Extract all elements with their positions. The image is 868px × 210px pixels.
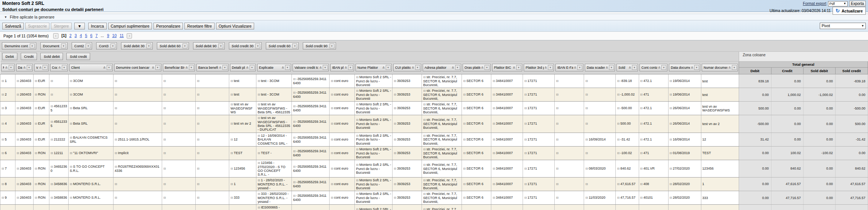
area-field-sold-debit[interactable]: Sold debit bbox=[40, 53, 63, 60]
collapse-icon[interactable]: ⊟ bbox=[258, 134, 260, 137]
collapse-icon[interactable]: ⊟ bbox=[70, 151, 72, 155]
collapse-icon[interactable]: ⊟ bbox=[585, 93, 588, 96]
cell-platitor-3rd-party[interactable]: ⊟17271 bbox=[523, 205, 555, 210]
filter-field-sold-credit-30[interactable]: Sold credit 30▾ bbox=[229, 42, 262, 49]
cell-data[interactable]: ⊟260403 bbox=[15, 74, 34, 88]
cell-platitor-bic[interactable]: ⊟348410007 bbox=[491, 115, 523, 133]
cell-numar-document[interactable]: 1 bbox=[701, 177, 739, 191]
collapse-icon[interactable]: ⊟ bbox=[492, 122, 495, 125]
cell-detalii-plata[interactable]: ⊟TEST bbox=[229, 146, 256, 160]
column-header-nume-platitor[interactable]: Nume PlatitorΔ▾ bbox=[356, 64, 392, 71]
cell-detalii-plata[interactable]: ⊟test bbox=[229, 88, 256, 102]
collapse-icon[interactable]: ⊟ bbox=[356, 103, 359, 106]
cell-beneficiar-bic[interactable]: ⊟ bbox=[162, 191, 196, 205]
collapse-icon[interactable]: ⊟ bbox=[197, 151, 199, 155]
collapse-icon[interactable]: ⊟ bbox=[394, 138, 396, 141]
collapse-icon[interactable]: ⊟ bbox=[197, 138, 199, 141]
collapse-icon[interactable]: ⊟ bbox=[197, 182, 199, 186]
cell-platitor-3rd-party[interactable]: ⊟17271 bbox=[523, 88, 555, 102]
collapse-icon[interactable]: ⊟ bbox=[35, 93, 37, 96]
collapse-icon[interactable]: ⊟ bbox=[556, 107, 558, 110]
cell-denumire-cont-bancar[interactable]: ⊟Implicit bbox=[113, 146, 162, 160]
collapse-icon[interactable]: ⊟ bbox=[356, 89, 359, 93]
collapse-icon[interactable]: ⊟ bbox=[394, 107, 396, 110]
collapse-icon[interactable]: ⊟ bbox=[115, 165, 117, 168]
column-header-detalii-plata[interactable]: Detalii plataΔ▾ bbox=[230, 64, 256, 71]
collapse-icon[interactable]: ⊟ bbox=[163, 151, 166, 155]
filter-dropdown-icon[interactable]: ▾ bbox=[86, 43, 90, 48]
filter-dropdown-icon[interactable]: ▾ bbox=[323, 65, 328, 70]
collapse-icon[interactable]: ⊟ bbox=[670, 138, 672, 141]
view-options-button[interactable]: Optiuni Vizualizare bbox=[216, 23, 254, 29]
collapse-icon[interactable]: ⊟ bbox=[230, 103, 233, 106]
pager-page-link[interactable]: 7 bbox=[95, 33, 98, 38]
column-header-data-document[interactable]: Data documentΔ▾ bbox=[669, 64, 700, 71]
cell-valuta[interactable]: ⊟RON bbox=[34, 88, 49, 102]
collapse-icon[interactable]: ⊟ bbox=[2, 196, 4, 199]
reset-filters-button[interactable]: Resetare filtre bbox=[184, 23, 214, 29]
cell-beneficiar-bic[interactable]: ⊟ bbox=[162, 160, 196, 177]
cell-cod-fiscal[interactable]: ⊟ bbox=[49, 74, 69, 88]
cell-sold[interactable]: ⊟500.00 bbox=[616, 115, 639, 133]
cell-beneficiar-bic[interactable]: ⊟ bbox=[162, 133, 196, 146]
column-header-data-scadenta[interactable]: Data scadentaΔ▾ bbox=[585, 64, 615, 71]
cell-iban-e-factura[interactable]: ⊟ bbox=[555, 115, 584, 133]
collapse-icon[interactable]: ⊟ bbox=[356, 163, 359, 167]
cell-platitor-bic[interactable]: ⊟348410007 bbox=[491, 133, 523, 146]
cell-nr[interactable]: ⊟6 bbox=[0, 146, 15, 160]
collapse-icon[interactable]: ⊟ bbox=[423, 76, 426, 79]
cell-platitor-bic[interactable]: ⊟348410007 bbox=[491, 160, 523, 177]
cell-iban-e-factura[interactable]: ⊟ bbox=[555, 146, 584, 160]
collapse-icon[interactable]: ⊟ bbox=[585, 138, 588, 141]
collapse-icon[interactable]: ⊟ bbox=[670, 93, 672, 96]
cell-sold[interactable]: ⊟-100.02 bbox=[616, 146, 639, 160]
filter-dropdown-icon[interactable]: ▾ bbox=[110, 43, 115, 48]
cell-platitor-3rd-party[interactable]: ⊟17271 bbox=[523, 102, 555, 115]
cell-platitor-bic[interactable]: ⊟348410007 bbox=[491, 191, 523, 205]
cell-cui-platitor[interactable]: ⊟3939253 bbox=[393, 177, 422, 191]
cell-cont-contabil[interactable]: ⊟472.1 bbox=[639, 133, 668, 146]
cell-adresa-platitor[interactable]: ⊟str. Preciziei, nr. 7.7, SECTOR 6, Muni… bbox=[422, 205, 462, 210]
collapse-icon[interactable]: ⊟ bbox=[258, 192, 260, 196]
collapse-icon[interactable]: ⊟ bbox=[51, 105, 53, 108]
cell-adresa-platitor[interactable]: ⊟str. Preciziei, nr. 7.7, SECTOR 6, Muni… bbox=[422, 191, 462, 205]
cell-nr[interactable]: ⊟7 bbox=[0, 160, 15, 177]
collapse-icon[interactable]: ⊟ bbox=[524, 79, 527, 83]
cell-iban-e-factura[interactable]: ⊟ bbox=[555, 102, 584, 115]
collapse-icon[interactable]: ⊟ bbox=[524, 122, 527, 125]
collapse-icon[interactable]: ⊟ bbox=[617, 182, 620, 186]
area-field-sold-credit[interactable]: Sold credit bbox=[66, 53, 90, 60]
cell-nume-platitor[interactable]: ⊟Montero Soft 2 SRL - Punct de lucru - B… bbox=[355, 115, 393, 133]
collapse-icon[interactable]: ⊟ bbox=[556, 93, 558, 96]
cell-platitor-3rd-party[interactable]: ⊟17271 bbox=[523, 74, 555, 88]
collapse-icon[interactable]: ⊟ bbox=[331, 79, 333, 83]
collapse-icon[interactable]: ⊟ bbox=[640, 151, 643, 155]
filter-dropdown-icon[interactable]: ▾ bbox=[189, 65, 194, 70]
collapse-icon[interactable]: ⊟ bbox=[17, 93, 19, 96]
collapse-icon[interactable]: ⊟ bbox=[17, 79, 19, 83]
cell-numar-document[interactable]: test vn av WASEGFWSFWS bbox=[701, 102, 739, 115]
collapse-icon[interactable]: ⊟ bbox=[463, 196, 466, 199]
column-header-beneficiar-bic[interactable]: Beneficiar BICΔ▾ bbox=[163, 64, 195, 71]
cell-client[interactable]: ⊟S TO GO CONCEPT S.R.L. bbox=[69, 160, 113, 177]
cell-data-document[interactable]: ⊟28/02/2020 bbox=[668, 177, 701, 191]
cell-oras-platitor[interactable]: ⊟SECTOR 6 bbox=[462, 205, 491, 210]
collapse-icon[interactable]: ⊟ bbox=[230, 122, 233, 125]
cell-iban-platitor[interactable]: ⊟cont euro bbox=[330, 177, 355, 191]
cell-nume-platitor[interactable]: ⊟Montero Soft 2 SRL - Punct de lucru - B… bbox=[355, 177, 393, 191]
collapse-icon[interactable]: ⊟ bbox=[115, 122, 117, 125]
cell-banca-beneficiar[interactable]: ⊟ bbox=[196, 160, 229, 177]
collapse-icon[interactable]: ⊟ bbox=[258, 161, 260, 165]
collapse-icon[interactable]: ⊟ bbox=[463, 138, 466, 141]
column-header-explicatie[interactable]: ExplicatieΔ▾ bbox=[257, 64, 291, 71]
collapse-icon[interactable]: ⊟ bbox=[585, 107, 588, 110]
collapse-icon[interactable]: ⊟ bbox=[585, 122, 588, 125]
cell-numar-document[interactable]: 333 bbox=[701, 191, 739, 205]
collapse-icon[interactable]: ⊟ bbox=[670, 167, 672, 170]
cell-cui-platitor[interactable]: ⊟3939253 bbox=[393, 133, 422, 146]
filter-dropdown-icon[interactable]: ▾ bbox=[386, 65, 391, 70]
cell-denumire-cont-bancar[interactable]: ⊟ bbox=[113, 191, 162, 205]
collapse-icon[interactable]: ⊟ bbox=[492, 79, 495, 83]
collapse-icon[interactable]: ⊟ bbox=[617, 138, 620, 141]
filter-dropdown-icon[interactable]: ▾ bbox=[255, 43, 260, 48]
